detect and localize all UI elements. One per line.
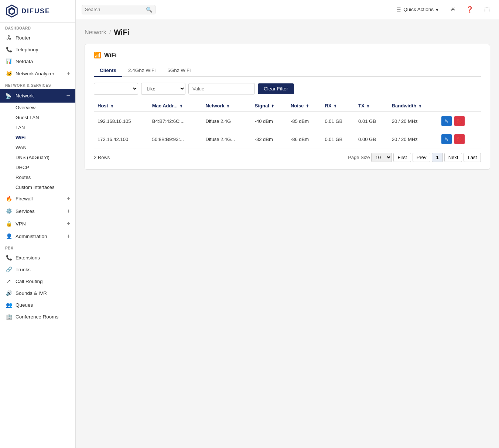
search-icon[interactable]: 🔍 (146, 7, 152, 13)
quick-actions-button[interactable]: ☰ Quick Actions ▾ (393, 5, 442, 14)
services-expand[interactable]: + (67, 208, 70, 214)
cell-noise: -86 dBm (287, 130, 321, 148)
sidebar-item-trunks[interactable]: 🔗 Trunks (0, 263, 75, 275)
hamburger-icon: ☰ (396, 7, 401, 13)
vpn-icon: 🔒 (5, 221, 13, 227)
sidebar-sub-guest-lan[interactable]: Guest LAN (0, 113, 75, 123)
sidebar-sub-wifi[interactable]: WiFi (0, 132, 75, 142)
help-button[interactable]: ❓ (464, 3, 476, 16)
page-size-label: Page Size (348, 155, 370, 160)
col-actions (438, 100, 481, 112)
cell-signal: -32 dBm (251, 130, 287, 148)
page-card-title: 📶 WiFi (94, 52, 481, 59)
sidebar-sub-dhcp[interactable]: DHCP (0, 162, 75, 172)
col-network[interactable]: Network ⬆ (202, 100, 251, 112)
sidebar-sub-routes[interactable]: Routes (0, 172, 75, 182)
filter-row: Host Mac Address Network Signal Noise RX… (94, 83, 481, 95)
tab-24ghz[interactable]: 2.4Ghz WiFi (122, 65, 161, 77)
call-routing-icon: ↗ (5, 278, 13, 284)
sidebar-item-network[interactable]: 📡 Network − (0, 89, 75, 103)
sidebar-sub-dns[interactable]: DNS (AdGuard) (0, 152, 75, 162)
delete-button[interactable]: 🚫 (454, 134, 465, 144)
sidebar-item-queues[interactable]: 👥 Queues (0, 299, 75, 311)
chevron-down-icon: ▾ (436, 7, 438, 13)
sidebar-item-sounds-ivr[interactable]: 🔊 Sounds & IVR (0, 287, 75, 299)
firewall-label: Firewall (16, 196, 33, 201)
filter-value-input[interactable] (188, 83, 255, 94)
sidebar-item-telephony[interactable]: 📞 Telephony (0, 44, 75, 55)
wifi-icon: 📶 (94, 52, 101, 59)
pagination-next[interactable]: Next (444, 153, 462, 162)
sidebar-item-router[interactable]: 🖧 Router (0, 32, 75, 44)
sidebar-item-extensions[interactable]: 📞 Extensions (0, 252, 75, 263)
network-services-label: NETWORK & SERVICES (0, 80, 75, 89)
col-signal[interactable]: Signal ⬆ (251, 100, 287, 112)
sidebar-item-call-routing[interactable]: ↗ Call Routing (0, 275, 75, 287)
help-icon: ❓ (466, 6, 474, 13)
sidebar-item-conference-rooms[interactable]: 🏢 Conference Rooms (0, 311, 75, 323)
logout-button[interactable]: ⬚ (481, 3, 493, 16)
logo: DIFUSE (0, 0, 75, 23)
topbar: 🔍 ☰ Quick Actions ▾ ☀ ❓ ⬚ (76, 0, 499, 19)
sidebar-sub-custom-interfaces[interactable]: Custom Interfaces (0, 182, 75, 192)
col-tx[interactable]: TX ⬆ (355, 100, 388, 112)
network-collapse[interactable]: − (66, 92, 70, 100)
page-size-select[interactable]: 10 25 50 100 (371, 153, 392, 162)
search-input[interactable] (85, 7, 146, 12)
col-bandwidth[interactable]: Bandwidth ⬆ (388, 100, 438, 112)
sidebar-item-vpn[interactable]: 🔒 VPN + (0, 217, 75, 230)
sidebar-sub-overview[interactable]: Overview (0, 103, 75, 113)
pagination-first[interactable]: First (393, 153, 411, 162)
vpn-expand[interactable]: + (67, 220, 70, 227)
col-host[interactable]: Host ⬆ (94, 100, 148, 112)
trunks-label: Trunks (16, 267, 31, 272)
pagination-page-1[interactable]: 1 (432, 153, 442, 162)
firewall-expand[interactable]: + (67, 195, 70, 202)
col-mac[interactable]: Mac Addr... ⬆ (148, 100, 202, 112)
call-routing-label: Call Routing (16, 279, 43, 284)
theme-toggle-button[interactable]: ☀ (447, 3, 459, 16)
admin-expand[interactable]: + (67, 233, 70, 239)
sidebar-item-administration[interactable]: 👤 Administration + (0, 230, 75, 242)
tab-5ghz[interactable]: 5Ghz WiFi (161, 65, 196, 77)
trunks-icon: 🔗 (5, 266, 13, 272)
col-noise[interactable]: Noise ⬆ (287, 100, 321, 112)
sidebar-sub-lan[interactable]: LAN (0, 123, 75, 132)
network-analyzer-icon: 🐱 (5, 70, 13, 76)
sidebar-sub-wan[interactable]: WAN (0, 142, 75, 152)
sounds-icon: 🔊 (5, 290, 13, 296)
conference-label: Conference Rooms (16, 314, 58, 320)
breadcrumb-parent[interactable]: Network (85, 29, 106, 36)
table-row: 192.168.16.105 B4:B7:42:6C:... Difuse 2.… (94, 112, 481, 130)
queues-label: Queues (16, 302, 33, 308)
sidebar-item-label: Router (16, 35, 31, 41)
tab-clients[interactable]: Clients (94, 65, 122, 77)
table-footer: 2 Rows Page Size 10 25 50 100 First Prev… (94, 153, 481, 162)
edit-button[interactable]: ✎ (441, 116, 452, 126)
filter-condition-select[interactable]: Like Equals Contains Starts With (141, 83, 185, 95)
netdata-icon: 📊 (5, 58, 13, 64)
sidebar-item-firewall[interactable]: 🔥 Firewall + (0, 192, 75, 205)
pagination-prev[interactable]: Prev (413, 153, 431, 162)
sidebar-item-network-analyzer[interactable]: 🐱 Network Analyzer + (0, 67, 75, 80)
pagination-last[interactable]: Last (464, 153, 481, 162)
network-analyzer-expand[interactable]: + (67, 70, 70, 77)
network-label: Network (16, 93, 34, 99)
queues-icon: 👥 (5, 302, 13, 308)
administration-label: Administration (16, 234, 47, 239)
sidebar-item-services[interactable]: ⚙️ Services + (0, 205, 75, 217)
cell-network: Difuse 2.4G... (202, 130, 251, 148)
delete-button[interactable]: 🚫 (454, 116, 465, 126)
cell-actions: ✎ 🚫 (438, 130, 481, 148)
sidebar-item-label: Telephony (16, 47, 38, 52)
col-rx[interactable]: RX ⬆ (321, 100, 355, 112)
edit-button[interactable]: ✎ (441, 134, 452, 144)
vpn-label: VPN (16, 221, 26, 227)
clients-table: Host ⬆ Mac Addr... ⬆ Network ⬆ Signal ⬆ … (94, 100, 481, 148)
clear-filter-button[interactable]: Clear Filter (258, 83, 294, 94)
filter-field-select[interactable]: Host Mac Address Network Signal Noise RX… (94, 83, 138, 95)
page-title: WiFi (104, 52, 117, 59)
sidebar-item-netdata[interactable]: 📊 Netdata (0, 55, 75, 67)
table-header-row: Host ⬆ Mac Addr... ⬆ Network ⬆ Signal ⬆ … (94, 100, 481, 112)
cell-bandwidth: 20 / 20 MHz (388, 112, 438, 130)
